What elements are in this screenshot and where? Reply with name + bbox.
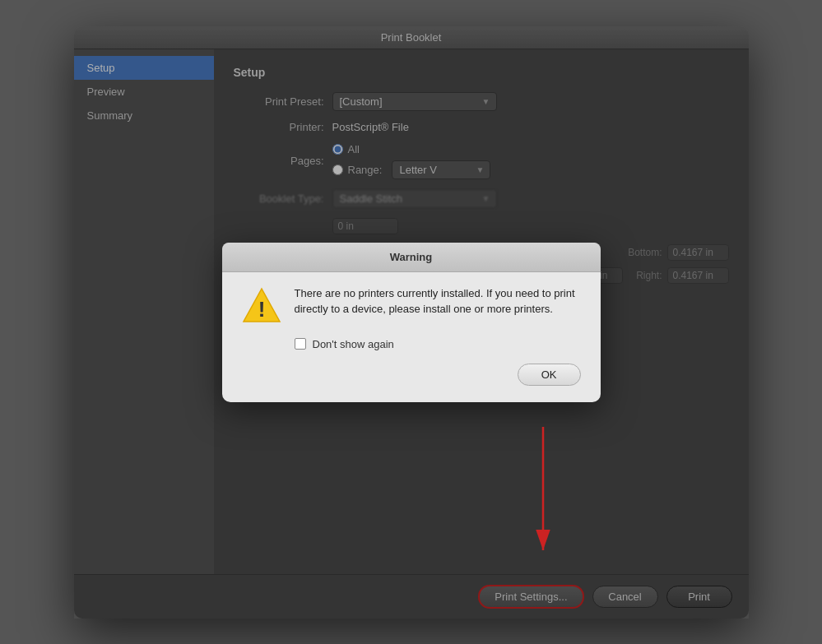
warning-message: There are no printers currently installe…: [295, 285, 581, 317]
print-booklet-window: Print Booklet Setup Preview Summary Setu…: [74, 26, 749, 619]
warning-dialog: Warning ! There are no printers currentl…: [222, 243, 601, 402]
dont-show-label: Don't show again: [313, 338, 394, 350]
dialog-ok-button[interactable]: OK: [518, 364, 581, 386]
dialog-checkbox-row: Don't show again: [295, 338, 581, 350]
dialog-title: Warning: [390, 251, 433, 263]
dialog-body: ! There are no printers currently instal…: [242, 285, 581, 325]
dialog-title-bar: Warning: [222, 243, 601, 272]
warning-icon: !: [242, 285, 281, 325]
dont-show-checkbox[interactable]: [295, 338, 306, 350]
dialog-overlay: Warning ! There are no printers currentl…: [74, 26, 749, 619]
svg-text:!: !: [258, 297, 265, 322]
dialog-button-row: OK: [242, 364, 581, 386]
